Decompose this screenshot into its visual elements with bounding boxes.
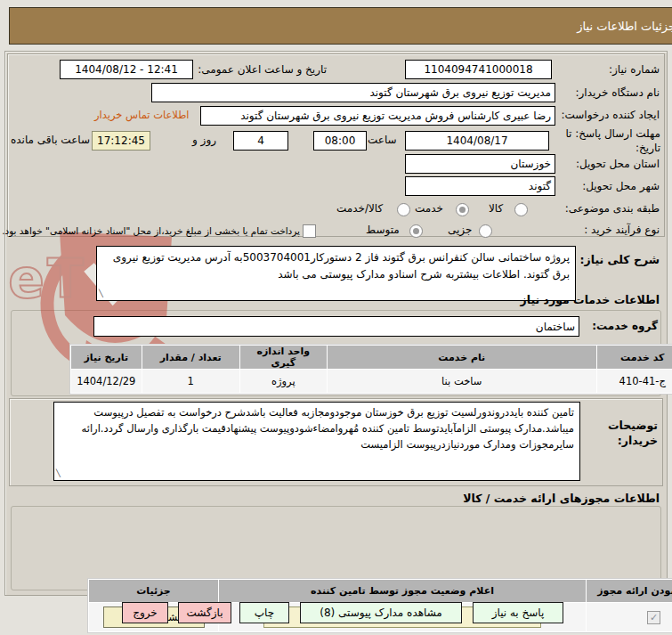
city-field[interactable]: گتوند — [405, 176, 555, 196]
exit-button[interactable]: خروج — [122, 602, 168, 623]
service-group-label: گروه خدمت: — [592, 320, 658, 332]
radio-medium-label: متوسط — [366, 224, 400, 236]
announce-datetime-field[interactable]: 1404/08/12 - 12:41 — [60, 60, 193, 79]
licenses-table-header-row: الزامی بودن ارائه مجوز اعلام وضعیت مجوز … — [89, 580, 672, 602]
classification-label: طبقه بندی موضوعی: — [565, 202, 660, 215]
remaining-time-box: 17:12:45 — [92, 131, 150, 151]
col-unit: واحد اندازه گیری — [240, 346, 327, 369]
buyer-org-label: نام دستگاه خریدار: — [576, 86, 660, 99]
radio-goods-service-label: کالا/خدمت — [336, 202, 383, 215]
tender-detail-page: جزئیات اطلاعات نیاز AriaTender.neT شماره… — [0, 0, 672, 635]
col-quantity: تعداد / مقدار — [142, 346, 239, 369]
buyer-org-field[interactable]: مدیریت توزیع نیروی برق شهرستان گتوند — [151, 83, 555, 102]
deadline-time-field[interactable]: 08:00 — [313, 131, 367, 151]
deadline-label: مهلت ارسال پاسخ: تا تاریخ: — [561, 126, 660, 155]
description-textarea[interactable]: پروژه ساختمانی سالن کنفرانس برق گتوند فا… — [96, 246, 576, 301]
buyer-notes-label: توضیحات خریدار: — [588, 419, 658, 449]
col-license-required: الزامی بودن ارائه مجوز — [587, 580, 672, 602]
deadline-days-field[interactable]: 4 — [233, 131, 288, 151]
process-type-label: نوع فرآیند خرید : — [584, 224, 660, 236]
radio-medium[interactable] — [409, 224, 423, 238]
cell-license-required: ✓ — [587, 603, 672, 631]
cell-need-date: 1404/12/29 — [71, 370, 142, 393]
cell-quantity: 1 — [142, 370, 239, 393]
respond-to-need-button[interactable]: پاسخ به نیاز — [473, 602, 563, 623]
page-title-bar: جزئیات اطلاعات نیاز — [9, 7, 672, 45]
requester-field[interactable]: رضا عبیری کارشناس فروش مدیریت توزیع نیرو… — [200, 106, 555, 126]
col-need-date: تاریخ نیاز — [71, 346, 142, 369]
license-required-checkbox[interactable]: ✓ — [647, 611, 660, 624]
announce-datetime-label: تاریخ و ساعت اعلان عمومی: — [198, 63, 327, 76]
cell-service-code: ج-41-410 — [597, 370, 672, 393]
cell-service-name: ساخت بنا — [328, 370, 596, 393]
service-group-field[interactable]: ساختمان — [93, 316, 579, 337]
buyer-contact-link[interactable]: اطلاعات تماس خریدار — [94, 109, 190, 121]
description-label: شرح کلی نیاز: — [580, 253, 660, 266]
radio-goods-label: کالا — [489, 202, 503, 215]
cell-unit: پروژه — [240, 370, 327, 393]
need-number-field[interactable]: 1104094741000018 — [405, 60, 552, 79]
radio-goods-service[interactable] — [397, 203, 410, 216]
col-license-status: اعلام وضعیت مجوز توسط تامین کننده — [219, 580, 586, 602]
resize-handle-icon[interactable]: ╲ — [56, 468, 61, 479]
services-table: ردیف کد خدمت نام خدمت واحد اندازه گیری ت… — [69, 344, 672, 395]
col-service-code: کد خدمت — [597, 346, 672, 369]
buyer-notes-textarea[interactable]: تامین کننده بایددروندورلسیت توزیع برق خو… — [53, 402, 580, 481]
col-service-name: نام خدمت — [328, 346, 596, 369]
radio-service-label: خدمت — [415, 202, 443, 215]
city-label: شهر محل تحویل: — [582, 180, 660, 192]
remaining-time-label: ساعت باقی مانده — [11, 134, 90, 146]
radio-service[interactable] — [456, 203, 469, 216]
services-heading: اطلاعات خدمات مورد نیاز — [521, 293, 660, 306]
licenses-heading: اطلاعات مجوزهای ارائه خدمت / کالا — [463, 492, 660, 505]
deadline-hour-label: ساعت — [368, 134, 397, 146]
treasury-checkbox[interactable] — [303, 224, 316, 238]
deadline-date-field[interactable]: 1404/08/17 — [405, 131, 549, 151]
province-label: استان محل تحویل: — [576, 158, 660, 170]
page-title: جزئیات اطلاعات نیاز — [577, 20, 672, 33]
radio-minor[interactable] — [479, 224, 492, 238]
col-license-details: جزئیات — [89, 580, 218, 602]
resize-handle-icon[interactable]: ╲ — [99, 289, 103, 299]
province-field[interactable]: خوزستان — [405, 154, 555, 174]
need-number-label: شماره نیاز: — [609, 63, 660, 76]
requester-label: ایجاد کننده درخواست: — [561, 109, 660, 121]
services-table-header-row: ردیف کد خدمت نام خدمت واحد اندازه گیری ت… — [71, 346, 672, 369]
print-button[interactable]: چاپ — [239, 602, 289, 623]
deadline-days-label: روز و — [192, 134, 216, 146]
radio-goods[interactable] — [514, 203, 528, 216]
view-attachments-button[interactable]: مشاهده مدارک پیوستی (8) — [300, 602, 462, 623]
table-row: 1 ج-41-410 ساخت بنا پروژه 1 1404/12/29 — [71, 370, 672, 393]
treasury-checkbox-label: پرداخت تمام یا بخشی از مبلغ خرید،از محل … — [2, 225, 300, 236]
back-button[interactable]: بازگشت — [178, 602, 231, 623]
radio-minor-label: جزیی — [448, 224, 472, 236]
